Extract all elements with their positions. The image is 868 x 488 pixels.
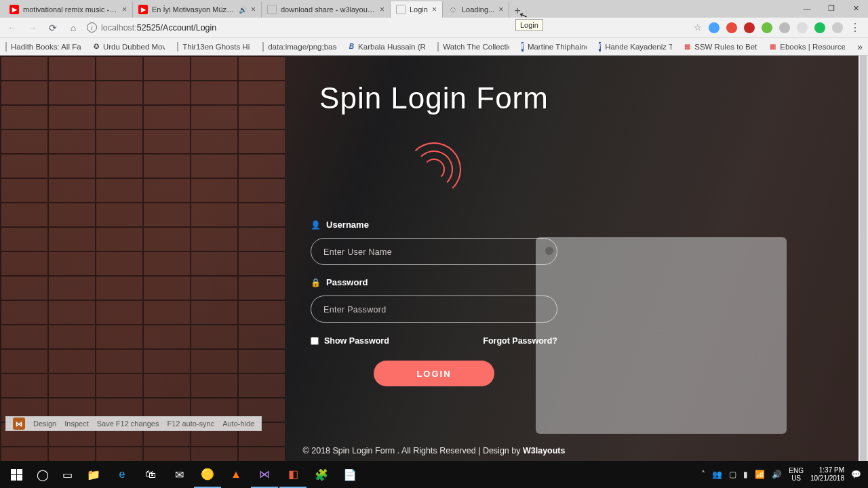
bookmark-item[interactable]: Hadith Books: All Fan [5, 42, 81, 52]
footer-text: © 2018 Spin Login Form . All Rights Rese… [303, 446, 523, 455]
bookmark-label: data:image/png;base [268, 43, 337, 51]
password-input[interactable] [311, 296, 557, 323]
profile-icon[interactable] [832, 22, 843, 33]
bookmarks-overflow[interactable]: » [857, 41, 863, 52]
show-password-checkbox[interactable] [311, 337, 319, 345]
forward-button[interactable]: → [26, 21, 39, 35]
bookmark-item[interactable]: fMartine Thiphaine [521, 42, 587, 52]
page-icon [267, 5, 277, 14]
vs-autosync[interactable]: F12 auto-sync [167, 420, 214, 428]
bookmark-item[interactable]: fHande Kayadeniz To [599, 42, 672, 52]
bookmark-label: Hadith Books: All Fan [11, 43, 81, 51]
app-icon[interactable]: 🧩 [308, 461, 335, 488]
bookmark-item[interactable]: ✪Urdu Dubbed Movie [94, 42, 165, 52]
tray-icon[interactable]: ▢ [729, 470, 736, 479]
vs-save[interactable]: Save F12 changes [97, 420, 159, 428]
page-icon [437, 42, 439, 52]
tab-title: Loading... [462, 5, 494, 14]
bookmark-item[interactable]: ▦Ebooks | Resources | [770, 42, 845, 52]
battery-icon[interactable]: ▮ [743, 470, 748, 479]
store-icon[interactable]: 🛍 [137, 461, 164, 488]
bookmark-item[interactable]: ▦SSW Rules to Better [684, 42, 757, 52]
bookmark-label: Urdu Dubbed Movie [103, 43, 165, 51]
task-view-icon[interactable]: ▭ [56, 461, 79, 488]
new-tab-button[interactable]: + [509, 4, 526, 18]
close-icon[interactable]: × [380, 5, 384, 14]
vertical-scrollbar[interactable] [859, 56, 868, 461]
maximize-button[interactable]: ❐ [819, 0, 844, 16]
bookmark-item[interactable]: BKarbala Hussain (R.A [349, 42, 425, 52]
close-icon[interactable]: × [498, 5, 503, 14]
bookmark-star-icon[interactable]: ☆ [694, 22, 702, 33]
reload-button[interactable]: ⟳ [46, 21, 60, 35]
bookmarks-bar: Hadith Books: All Fan ✪Urdu Dubbed Movie… [0, 38, 868, 56]
footer-link[interactable]: W3layouts [523, 446, 566, 455]
minimize-button[interactable]: — [795, 0, 819, 16]
extension-icon[interactable] [779, 22, 790, 33]
volume-icon[interactable]: 🔊 [772, 470, 782, 479]
clock-time: 1:37 PM [810, 466, 844, 474]
file-explorer-icon[interactable]: 📁 [80, 461, 107, 488]
tab-youtube-1[interactable]: ▶ motivational remix music - YouT × [4, 1, 133, 18]
people-icon[interactable]: 👥 [712, 470, 722, 479]
home-button[interactable]: ⌂ [66, 21, 80, 35]
close-icon[interactable]: × [251, 5, 256, 14]
action-center-icon[interactable]: 💬 [851, 470, 861, 479]
vlc-icon[interactable]: ▲ [222, 461, 250, 488]
tab-w3layouts[interactable]: download share - w3layouts.com × [262, 1, 391, 18]
mail-icon[interactable]: ✉ [165, 461, 193, 488]
edge-icon[interactable]: e [108, 461, 136, 488]
username-label: 👤 Username [311, 220, 557, 230]
bookmark-item[interactable]: data:image/png;base [262, 42, 337, 52]
vs-design[interactable]: Design [33, 420, 56, 428]
vs-inspect[interactable]: Inspect [64, 420, 88, 428]
close-icon[interactable]: × [432, 5, 437, 14]
window-close-button[interactable]: ✕ [844, 0, 868, 16]
vs-autohide[interactable]: Auto-hide [222, 420, 254, 428]
tab-loading[interactable]: ◌ Loading... × [443, 1, 509, 18]
forgot-password-link[interactable]: Forgot Password? [483, 336, 557, 346]
windows-taskbar: ◯ ▭ 📁 e 🛍 ✉ 🟡 ▲ ⋈ ◧ 🧩 📄 ˄ 👥 ▢ ▮ 📶 🔊 ENG … [0, 461, 868, 488]
password-label: 🔒 Password [311, 277, 557, 287]
tray-overflow-icon[interactable]: ˄ [701, 470, 705, 479]
audio-icon[interactable]: 🔊 [239, 6, 247, 14]
bookmark-item[interactable]: Watch The Collectio [437, 42, 509, 52]
system-clock[interactable]: 1:37 PM 10/21/2018 [810, 466, 844, 483]
start-button[interactable] [3, 461, 30, 488]
site-info-icon[interactable]: i [87, 22, 97, 33]
tab-title: Login [410, 5, 428, 14]
extension-icon[interactable] [726, 22, 737, 33]
locale-code: US [789, 474, 804, 482]
show-password-toggle[interactable]: Show Password [311, 336, 389, 346]
extension-icon[interactable] [762, 22, 772, 33]
address-bar: ← → ⟳ ⌂ i localhost:52525/Account/Login … [0, 18, 868, 38]
url-field[interactable]: i localhost:52525/Account/Login [87, 22, 687, 33]
chrome-icon[interactable]: 🟡 [194, 461, 221, 488]
username-input[interactable] [311, 238, 557, 265]
bookmark-item[interactable]: Thir13en Ghosts Hin [177, 42, 250, 52]
extension-icon[interactable] [797, 22, 808, 33]
close-icon[interactable]: × [122, 5, 127, 14]
extension-icon[interactable] [709, 22, 719, 33]
extension-icon[interactable] [814, 22, 825, 33]
back-button[interactable]: ← [5, 21, 19, 35]
vs-browserlink-toolbar[interactable]: ⋈ Design Inspect Save F12 changes F12 au… [5, 416, 262, 431]
chrome-menu-icon[interactable]: ⋮ [850, 21, 860, 34]
lock-icon: 🔒 [311, 278, 321, 287]
camtasia-icon[interactable]: ◧ [279, 461, 307, 488]
spinner-icon: ◌ [448, 5, 458, 14]
bookmark-label: Hande Kayadeniz To [605, 43, 672, 51]
bookmark-label: Martine Thiphaine [528, 43, 587, 51]
tab-login[interactable]: Login × [391, 1, 443, 18]
adblock-icon[interactable] [744, 22, 755, 33]
bookmark-label: Thir13en Ghosts Hin [182, 43, 250, 51]
page-footer: © 2018 Spin Login Form . All Rights Rese… [0, 446, 868, 455]
notepad-icon[interactable]: 📄 [336, 461, 363, 488]
wifi-icon[interactable]: 📶 [755, 470, 765, 479]
visual-studio-icon[interactable]: ⋈ [251, 461, 278, 488]
login-button[interactable]: LOGIN [374, 361, 494, 386]
bookmark-label: Watch The Collectio [443, 43, 509, 51]
cortana-search-icon[interactable]: ◯ [31, 461, 54, 488]
tab-youtube-2[interactable]: ▶ En İyi Motivasyon Müzikleri 🔊 × [133, 1, 262, 18]
input-language[interactable]: ENG US [789, 467, 804, 482]
